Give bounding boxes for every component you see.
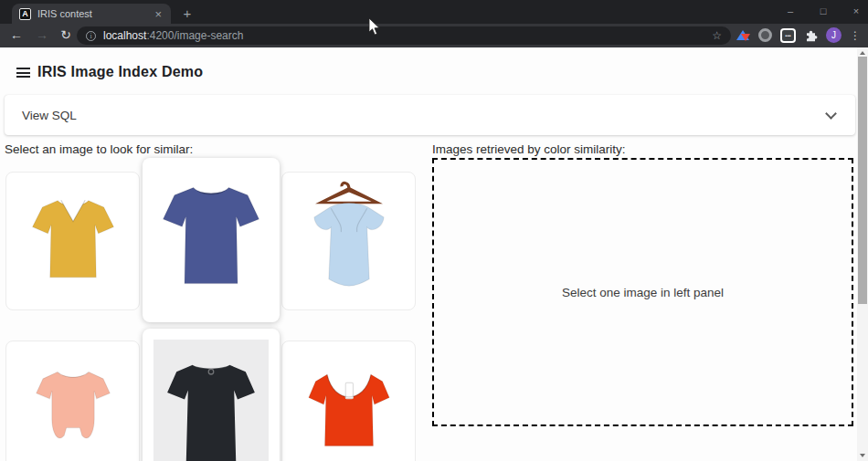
new-tab-button[interactable]: + <box>179 5 196 21</box>
app-header: IRIS Image Index Demo <box>0 57 203 88</box>
page-scrollbar[interactable] <box>857 47 868 461</box>
url-path: :4200/image-search <box>146 29 243 42</box>
tab-title: IRIS contest <box>37 8 153 19</box>
bookmark-star-icon[interactable]: ☆ <box>712 29 722 42</box>
image-card-black-tshirt[interactable] <box>143 329 280 461</box>
image-card-blue-tshirt[interactable] <box>143 158 280 322</box>
url-text[interactable]: localhost:4200/image-search <box>103 29 243 42</box>
black-tshirt-image <box>153 349 269 461</box>
chevron-down-icon[interactable] <box>825 108 837 120</box>
orange-croptop-image <box>291 356 407 461</box>
image-card-blue-blouse[interactable] <box>281 172 416 310</box>
extension-row: ••• J ⋮ <box>736 27 861 43</box>
scrollbar-down-arrow-icon[interactable] <box>860 454 865 457</box>
tab-close-icon[interactable]: × <box>153 8 164 20</box>
back-button[interactable]: ← <box>7 26 26 44</box>
profile-avatar[interactable]: J <box>826 27 842 43</box>
left-panel-heading: Select an image to look for similar: <box>5 142 193 156</box>
results-dropzone: Select one image in left panel <box>432 158 853 426</box>
scrollbar-thumb[interactable] <box>858 57 867 304</box>
address-bar[interactable]: i localhost:4200/image-search ☆ <box>77 26 731 45</box>
yellow-vneck-shirt-image <box>18 185 128 295</box>
browser-tab[interactable]: A IRIS contest × <box>12 4 171 24</box>
page-title: IRIS Image Index Demo <box>37 64 203 80</box>
extension-clock-icon[interactable] <box>758 28 772 42</box>
extension-dots-icon[interactable]: ••• <box>780 28 796 43</box>
blue-tshirt-image <box>148 173 274 299</box>
browser-tab-strip: A IRIS contest × + – □ × <box>0 0 868 24</box>
scrollbar-up-arrow-icon[interactable] <box>860 51 865 55</box>
view-sql-label: View SQL <box>22 109 77 122</box>
browser-menu-icon[interactable]: ⋮ <box>850 29 861 42</box>
page-info-icon[interactable]: i <box>86 31 96 41</box>
screen: A IRIS contest × + – □ × ← → ↻ i localho… <box>0 0 868 461</box>
minimize-button[interactable]: – <box>784 5 797 16</box>
extensions-puzzle-icon[interactable] <box>804 28 818 42</box>
close-button[interactable]: × <box>850 5 863 16</box>
light-blue-blouse-image <box>292 178 406 295</box>
image-card-orange-croptop[interactable] <box>281 341 416 461</box>
image-card-peach-onesie[interactable] <box>5 341 140 461</box>
app-page: IRIS Image Index Demo View SQL Select an… <box>0 47 857 461</box>
site-favicon-icon: A <box>19 8 31 20</box>
forward-button: → <box>33 26 51 44</box>
image-card-yellow-vneck[interactable] <box>5 172 140 310</box>
url-host: localhost <box>103 29 146 42</box>
extension-colorful-icon[interactable] <box>736 29 750 42</box>
maximize-button[interactable]: □ <box>817 5 830 16</box>
reload-button[interactable]: ↻ <box>57 26 75 44</box>
results-placeholder-text: Select one image in left panel <box>562 286 724 299</box>
black-tshirt-photo-background <box>153 340 269 461</box>
window-controls: – □ × <box>784 0 863 22</box>
right-panel-heading: Images retrieved by color similarity: <box>432 142 626 156</box>
hamburger-menu-icon[interactable] <box>16 68 30 78</box>
view-sql-expansion-panel[interactable]: View SQL <box>5 95 855 135</box>
peach-onesie-image <box>17 354 129 461</box>
